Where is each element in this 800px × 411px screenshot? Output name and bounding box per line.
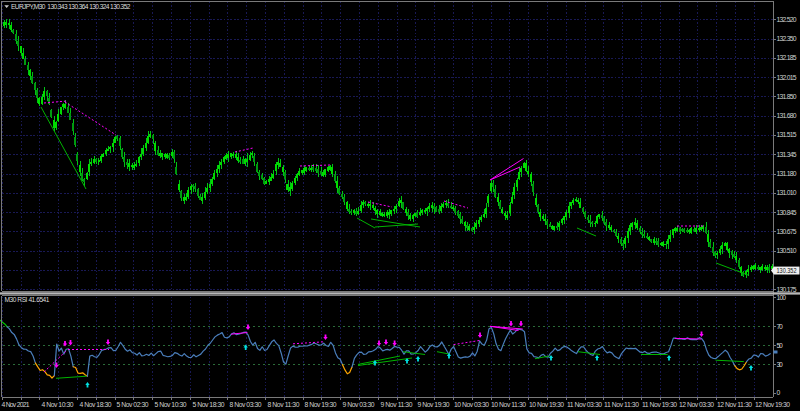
svg-text:11 Nov 19:30: 11 Nov 19:30 [642, 401, 677, 408]
svg-text:8 Nov 11:30: 8 Nov 11:30 [268, 401, 300, 408]
svg-text:100: 100 [777, 294, 787, 301]
svg-text:130.510: 130.510 [777, 247, 797, 254]
svg-text:9 Nov 11:30: 9 Nov 11:30 [381, 401, 413, 408]
svg-text:70: 70 [777, 323, 784, 330]
svg-text:131.180: 131.180 [777, 170, 797, 177]
svg-text:131.010: 131.010 [777, 189, 797, 196]
svg-text:12 Nov 03:30: 12 Nov 03:30 [679, 401, 714, 408]
svg-text:9 Nov 03:30: 9 Nov 03:30 [343, 401, 375, 408]
svg-text:10 Nov 03:30: 10 Nov 03:30 [454, 401, 489, 408]
svg-text:130.352: 130.352 [777, 267, 797, 274]
svg-text:132.185: 132.185 [777, 54, 797, 61]
svg-text:130.675: 130.675 [777, 228, 797, 235]
svg-text:5 Nov 18:30: 5 Nov 18:30 [193, 401, 225, 408]
svg-text:4 Nov 10:30: 4 Nov 10:30 [42, 401, 74, 408]
svg-text:131.850: 131.850 [777, 93, 797, 100]
svg-text:10 Nov 19:30: 10 Nov 19:30 [529, 401, 564, 408]
svg-text:132.015: 132.015 [777, 74, 797, 81]
svg-text:4 Nov 2021: 4 Nov 2021 [2, 401, 30, 408]
svg-text:131.345: 131.345 [777, 151, 797, 158]
svg-text:5 Nov 02:30: 5 Nov 02:30 [117, 401, 149, 408]
svg-text:130.845: 130.845 [777, 209, 797, 216]
svg-text:30: 30 [777, 361, 784, 368]
svg-text:131.680: 131.680 [777, 112, 797, 119]
svg-text:8 Nov 03:30: 8 Nov 03:30 [230, 401, 262, 408]
svg-text:11 Nov 03:30: 11 Nov 03:30 [567, 401, 602, 408]
svg-text:10 Nov 11:30: 10 Nov 11:30 [491, 401, 526, 408]
svg-text:4 Nov 18:30: 4 Nov 18:30 [80, 401, 112, 408]
svg-text:5 Nov 10:30: 5 Nov 10:30 [155, 401, 187, 408]
svg-text:12 Nov 11:30: 12 Nov 11:30 [717, 401, 752, 408]
svg-text:130.175: 130.175 [777, 286, 797, 293]
svg-text:M30 RSI 41.6541: M30 RSI 41.6541 [5, 296, 50, 303]
svg-text:131.515: 131.515 [777, 131, 797, 138]
svg-text:EURJPY,M30 130.343 130.364 13: EURJPY,M30 130.343 130.364 130.324 130.3… [11, 3, 131, 10]
svg-text:132.350: 132.350 [777, 35, 797, 42]
svg-text:8 Nov 19:30: 8 Nov 19:30 [305, 401, 337, 408]
svg-text:12 Nov 19:30: 12 Nov 19:30 [755, 401, 790, 408]
svg-text:132.520: 132.520 [777, 16, 797, 23]
svg-text:9 Nov 19:30: 9 Nov 19:30 [418, 401, 450, 408]
svg-text:0: 0 [777, 389, 781, 396]
svg-text:11 Nov 11:30: 11 Nov 11:30 [604, 401, 639, 408]
svg-text:50: 50 [777, 342, 784, 349]
